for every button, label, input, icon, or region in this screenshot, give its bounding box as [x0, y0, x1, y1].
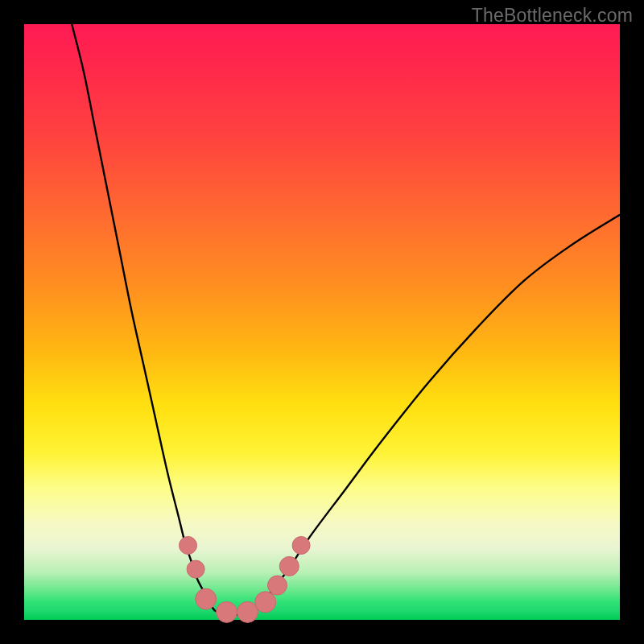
data-marker — [279, 556, 299, 576]
data-marker — [196, 588, 217, 609]
data-marker — [187, 560, 204, 578]
data-marker — [180, 537, 197, 555]
data-marker — [292, 537, 310, 555]
marker-group — [180, 537, 311, 623]
data-marker — [268, 576, 287, 595]
curve-layer — [24, 24, 620, 620]
watermark-text: TheBottleneck.com — [472, 5, 633, 27]
data-marker — [255, 592, 276, 613]
data-marker — [217, 601, 237, 622]
chart-frame: TheBottleneck.com — [0, 0, 644, 644]
curve-left-branch — [72, 24, 215, 611]
data-marker — [237, 601, 258, 622]
plot-area — [24, 24, 620, 620]
